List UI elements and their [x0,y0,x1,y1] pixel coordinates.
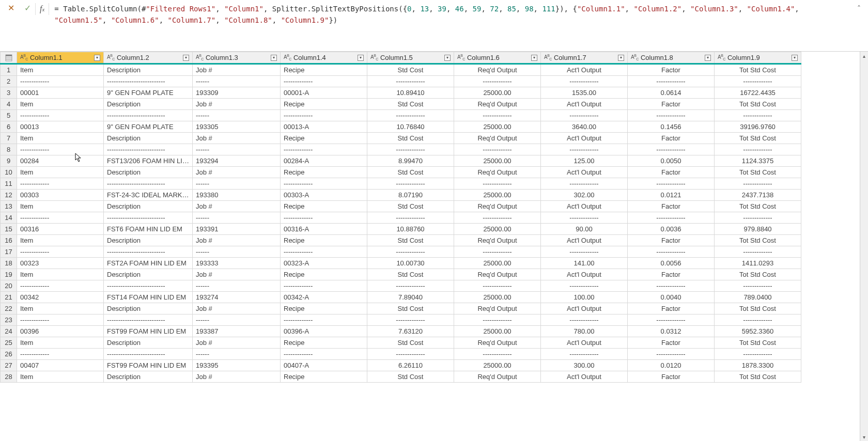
cell[interactable]: 1124.3375 [715,155,801,167]
cell[interactable]: ------------- [628,349,715,360]
cell[interactable]: 9" GEN FOAM PLATE [104,87,193,99]
cell[interactable]: Item [17,269,104,280]
cell[interactable]: Description [104,99,193,110]
cell[interactable]: Std Cost [367,201,454,212]
cell[interactable]: Tot Std Cost [715,235,801,246]
cell[interactable]: 00001 [17,87,104,99]
cell[interactable]: 0.0614 [628,87,715,99]
cell[interactable]: ------------- [281,314,367,326]
cell[interactable]: Item [17,201,104,212]
cell[interactable]: 193333 [193,258,281,269]
cell[interactable]: FST6 FOAM HIN LID EM [104,224,193,235]
cell[interactable]: ------------- [628,110,715,121]
cell[interactable]: 00013 [17,121,104,133]
cell[interactable]: Std Cost [367,133,454,144]
cell[interactable]: Description [104,269,193,280]
cell[interactable]: 00396-A [281,326,367,337]
column-filter-dropdown[interactable]: ▾ [183,55,189,61]
cell[interactable]: Factor [628,269,715,280]
cell[interactable]: 25000.00 [454,258,541,269]
cell[interactable]: 1411.0293 [715,258,801,269]
cell[interactable]: Factor [628,201,715,212]
cell[interactable]: 00013-A [281,121,367,133]
cell[interactable]: Factor [628,303,715,314]
cell[interactable]: 789.0400 [715,292,801,303]
cell[interactable]: -------------------------- [104,212,193,224]
cell[interactable]: Factor [628,133,715,144]
cell[interactable]: 193274 [193,292,281,303]
cell[interactable]: Job # [193,269,281,280]
cell[interactable]: ------------- [541,76,628,87]
cell[interactable]: Job # [193,337,281,349]
cell[interactable]: ------------- [715,178,801,190]
cell[interactable]: Factor [628,64,715,76]
cell[interactable]: 100.00 [541,292,628,303]
cell[interactable]: Job # [193,99,281,110]
cell[interactable]: -------------------------- [104,76,193,87]
cell[interactable]: 00284-A [281,155,367,167]
cell[interactable]: 6.26110 [367,360,454,371]
cell[interactable]: ------------- [715,144,801,155]
cell[interactable]: ------ [193,349,281,360]
cell[interactable]: 5952.3360 [715,326,801,337]
row-index[interactable]: 21 [1,292,17,303]
cell[interactable]: ------------- [541,280,628,292]
cell[interactable]: ------------- [541,314,628,326]
column-filter-dropdown[interactable]: ▾ [618,55,624,61]
cell[interactable]: Recipe [281,371,367,383]
cell[interactable]: 00316 [17,224,104,235]
row-index[interactable]: 24 [1,326,17,337]
row-index[interactable]: 14 [1,212,17,224]
cell[interactable]: Recipe [281,99,367,110]
confirm-button[interactable]: ✓ [23,3,32,12]
cell[interactable]: FST13/206 FOAM HIN LID EM [104,155,193,167]
cell[interactable]: Act'l Output [541,99,628,110]
cell[interactable]: -------------------------- [104,314,193,326]
cell[interactable]: 00303-A [281,190,367,201]
cell[interactable]: ------------- [715,314,801,326]
cell[interactable]: Job # [193,167,281,178]
column-header-Column1.4[interactable]: ABCColumn1.4▾ [281,52,367,64]
row-index[interactable]: 11 [1,178,17,190]
cell[interactable]: Req'd Output [454,167,541,178]
cell[interactable]: ------------- [17,314,104,326]
cell[interactable]: ------------- [17,280,104,292]
row-index[interactable]: 5 [1,110,17,121]
cell[interactable]: 141.00 [541,258,628,269]
column-filter-dropdown[interactable]: ▾ [792,55,798,61]
cell[interactable]: Recipe [281,269,367,280]
cell[interactable]: ------------- [454,349,541,360]
table-row[interactable]: 17--------------------------------------… [1,246,801,258]
cell[interactable]: Factor [628,337,715,349]
cell[interactable]: -------------------------- [104,349,193,360]
vertical-scrollbar[interactable]: ▴ ▾ [860,52,868,441]
cell[interactable]: 0.0120 [628,360,715,371]
cell[interactable]: 10.88760 [367,224,454,235]
row-index[interactable]: 20 [1,280,17,292]
cell[interactable]: 0.0040 [628,292,715,303]
column-header-Column1.1[interactable]: ABCColumn1.1▾ [17,52,104,64]
table-row[interactable]: 1800323FST2A FOAM HIN LID EM19333300323-… [1,258,801,269]
cell[interactable]: ------------- [281,280,367,292]
table-row[interactable]: 14--------------------------------------… [1,212,801,224]
column-filter-dropdown[interactable]: ▾ [444,55,451,61]
cell[interactable]: Job # [193,371,281,383]
cell[interactable]: ------------- [281,76,367,87]
table-row[interactable]: 3000019" GEN FOAM PLATE19330900001-A10.8… [1,87,801,99]
cell[interactable]: 8.99470 [367,155,454,167]
cell[interactable]: 00303 [17,190,104,201]
table-row[interactable]: 16ItemDescriptionJob #RecipeStd CostReq'… [1,235,801,246]
table-row[interactable]: 1200303FST-24-3C IDEAL MARKET19338000303… [1,190,801,201]
cell[interactable]: Tot Std Cost [715,303,801,314]
cell[interactable]: 25000.00 [454,224,541,235]
table-row[interactable]: 19ItemDescriptionJob #RecipeStd CostReq'… [1,269,801,280]
cell[interactable]: ------------- [715,349,801,360]
cell[interactable]: ------------- [715,246,801,258]
cell[interactable]: FST14 FOAM HIN LID EM [104,292,193,303]
cell[interactable]: ------------- [367,212,454,224]
column-header-Column1.3[interactable]: ABCColumn1.3▾ [193,52,281,64]
cell[interactable]: Item [17,303,104,314]
row-index[interactable]: 13 [1,201,17,212]
cell[interactable]: ------------- [454,144,541,155]
column-header-Column1.2[interactable]: ABCColumn1.2▾ [104,52,193,64]
